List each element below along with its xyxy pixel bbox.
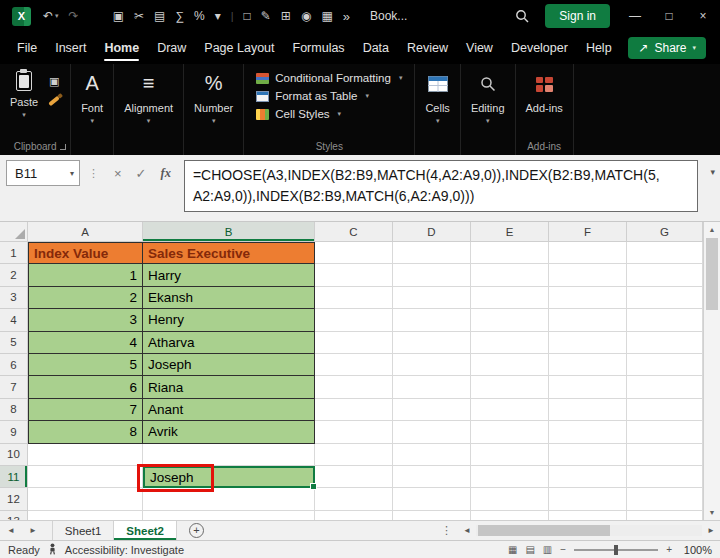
vertical-scroll-thumb[interactable] [706, 238, 718, 310]
cell-F10[interactable] [549, 444, 627, 466]
cell-D1[interactable] [393, 242, 471, 264]
cell-A8[interactable]: 7 [28, 399, 143, 421]
undo-dropdown-icon[interactable]: ▾ [55, 12, 59, 20]
row-header-12[interactable]: 12 [0, 488, 28, 510]
cell-B2[interactable]: Harry [143, 264, 315, 286]
cell-C4[interactable] [315, 309, 393, 331]
cell-G5[interactable] [627, 332, 703, 354]
cell-E7[interactable] [471, 376, 549, 398]
notebook-icon[interactable]: ▤ [154, 9, 165, 23]
number-group[interactable]: % Number ▾ [184, 64, 244, 155]
cell-A9[interactable]: 8 [28, 421, 143, 443]
undo-icon[interactable]: ↶▾ [43, 9, 59, 23]
sheet-nav-right-icon[interactable]: ► [22, 526, 44, 535]
cell-A5[interactable]: 4 [28, 332, 143, 354]
cell-C1[interactable] [315, 242, 393, 264]
share-button[interactable]: ↗ Share ▾ [628, 37, 706, 59]
format-as-table-button[interactable]: Format as Table ▾ [254, 87, 404, 105]
cell-E9[interactable] [471, 421, 549, 443]
cell-F8[interactable] [549, 399, 627, 421]
cell-F5[interactable] [549, 332, 627, 354]
cell-B8[interactable]: Anant [143, 399, 315, 421]
cell-G1[interactable] [627, 242, 703, 264]
clipboard-dialog-launcher-icon[interactable] [60, 144, 66, 150]
cut-icon[interactable]: ✂ [134, 9, 144, 23]
editing-group[interactable]: Editing ▾ [461, 64, 516, 155]
cell-B4[interactable]: Henry [143, 309, 315, 331]
conditional-formatting-button[interactable]: Conditional Formatting ▾ [254, 69, 404, 87]
sheet-nav-left-icon[interactable]: ◄ [0, 526, 22, 535]
cell-D9[interactable] [393, 421, 471, 443]
row-header-10[interactable]: 10 [0, 444, 28, 466]
name-box-dropdown-icon[interactable]: ▾ [70, 169, 74, 178]
column-header-B[interactable]: B [143, 222, 315, 242]
cell-D3[interactable] [393, 287, 471, 309]
alignment-group[interactable]: ≡ Alignment ▾ [114, 64, 184, 155]
paste-dropdown-icon[interactable]: ▾ [22, 111, 26, 119]
scroll-down-icon[interactable]: ▼ [704, 505, 720, 520]
cell-A3[interactable]: 2 [28, 287, 143, 309]
add-ins-group[interactable]: Add-ins Add-ins [516, 64, 574, 155]
row-header-2[interactable]: 2 [0, 264, 28, 286]
cell-B11[interactable]: Joseph [143, 466, 315, 488]
tab-help[interactable]: Help [577, 32, 621, 64]
accessibility-status[interactable]: Accessibility: Investigate [65, 544, 184, 556]
cell-C3[interactable] [315, 287, 393, 309]
cell-F6[interactable] [549, 354, 627, 376]
sheet-tab-sheet2[interactable]: Sheet2 [114, 521, 177, 540]
column-header-D[interactable]: D [393, 222, 471, 242]
cell-E13[interactable] [471, 511, 549, 520]
cell-D13[interactable] [393, 511, 471, 520]
normal-view-icon[interactable]: ▦ [508, 544, 517, 555]
cell-D4[interactable] [393, 309, 471, 331]
cell-G11[interactable] [627, 466, 703, 488]
cell-C8[interactable] [315, 399, 393, 421]
tab-file[interactable]: File [8, 32, 46, 64]
merge-icon[interactable]: ⊞ [281, 9, 291, 23]
name-box[interactable]: B11 ▾ [6, 160, 80, 186]
cell-F12[interactable] [549, 488, 627, 510]
cell-D8[interactable] [393, 399, 471, 421]
cell-E12[interactable] [471, 488, 549, 510]
cell-A13[interactable] [28, 511, 143, 520]
column-header-E[interactable]: E [471, 222, 549, 242]
cell-B1[interactable]: Sales Executive [143, 242, 315, 264]
row-header-13[interactable]: 13 [0, 511, 28, 520]
tab-review[interactable]: Review [398, 32, 457, 64]
redo-icon[interactable]: ↷ [69, 9, 79, 23]
scroll-up-icon[interactable]: ▲ [704, 222, 720, 237]
cell-E8[interactable] [471, 399, 549, 421]
cell-G13[interactable] [627, 511, 703, 520]
cell-F2[interactable] [549, 264, 627, 286]
column-header-F[interactable]: F [549, 222, 627, 242]
cell-A12[interactable] [28, 488, 143, 510]
cell-C11[interactable] [315, 466, 393, 488]
cell-F9[interactable] [549, 421, 627, 443]
cell-E1[interactable] [471, 242, 549, 264]
cell-D2[interactable] [393, 264, 471, 286]
tab-draw[interactable]: Draw [148, 32, 195, 64]
cell-B13[interactable] [143, 511, 315, 520]
zoom-level[interactable]: 100% [680, 544, 712, 556]
row-header-9[interactable]: 9 [0, 421, 28, 443]
search-icon[interactable] [515, 9, 529, 23]
zoom-slider[interactable] [574, 549, 658, 551]
maximize-button[interactable]: □ [652, 9, 686, 23]
cell-A2[interactable]: 1 [28, 264, 143, 286]
cell-C13[interactable] [315, 511, 393, 520]
fill-handle[interactable] [310, 483, 317, 490]
select-all-button[interactable] [0, 222, 28, 242]
cell-D10[interactable] [393, 444, 471, 466]
zoom-in-button[interactable]: + [666, 544, 672, 555]
tab-home[interactable]: Home [95, 32, 148, 64]
tab-data[interactable]: Data [354, 32, 398, 64]
enter-icon[interactable]: ✓ [129, 166, 154, 181]
row-header-8[interactable]: 8 [0, 399, 28, 421]
cell-G4[interactable] [627, 309, 703, 331]
cell-C6[interactable] [315, 354, 393, 376]
cell-G7[interactable] [627, 376, 703, 398]
cell-B6[interactable]: Joseph [143, 354, 315, 376]
cell-E6[interactable] [471, 354, 549, 376]
hscroll-right-icon[interactable]: ► [702, 526, 720, 535]
cell-C10[interactable] [315, 444, 393, 466]
